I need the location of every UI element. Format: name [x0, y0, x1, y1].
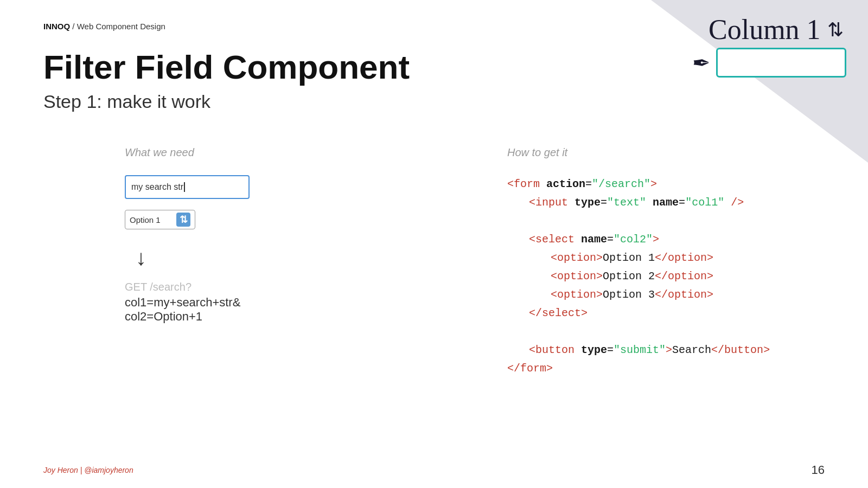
- title-area: Filter Field Component Step 1: make it w…: [43, 49, 410, 112]
- content-area: What we need my search str Option 1 ⇅ ↓ …: [0, 146, 868, 378]
- brand-subtitle: Web Component Design: [77, 22, 165, 31]
- code-line-4: <option>Option 1</option>: [551, 249, 825, 267]
- code-line-2: <input type="text" name="col1" />: [529, 194, 825, 212]
- right-panel: How to get it <form action="/search"> <i…: [475, 146, 868, 378]
- down-arrow: ↓: [136, 246, 442, 270]
- code-line-3: <select name="col2">: [529, 230, 825, 249]
- code-line-7: </select>: [529, 304, 825, 323]
- footer-author: Joy Heron | @iamjoyheron: [43, 466, 133, 474]
- code-line-5: <option>Option 2</option>: [551, 267, 825, 286]
- left-panel: What we need my search str Option 1 ⇅ ↓ …: [0, 146, 475, 378]
- mock-search-input[interactable]: my search str: [125, 175, 250, 199]
- code-line-6: <option>Option 3</option>: [551, 286, 825, 304]
- search-input-value: my search str: [131, 182, 183, 192]
- column-label: Column 1 ⇅: [709, 14, 844, 46]
- footer: Joy Heron | @iamjoyheron 16: [43, 463, 825, 477]
- header-brand: INNOQ / Web Component Design: [43, 22, 165, 31]
- select-value: Option 1: [130, 215, 176, 224]
- annotation-rect: [716, 48, 846, 78]
- text-cursor: [184, 182, 185, 192]
- annotation-box-row: ✒: [692, 48, 846, 78]
- get-result: GET /search? col1=my+search+str& col2=Op…: [125, 281, 442, 324]
- left-panel-label: What we need: [125, 146, 442, 159]
- mock-select[interactable]: Option 1 ⇅: [125, 210, 195, 229]
- header: INNOQ / Web Component Design: [43, 22, 165, 31]
- main-title: Filter Field Component: [43, 49, 410, 86]
- param1: col1=my+search+str&: [125, 296, 442, 310]
- code-line-1: <form action="/search">: [507, 175, 825, 194]
- get-label: GET /search?: [125, 281, 442, 293]
- select-arrow-icon: ⇅: [176, 213, 190, 227]
- column-label-text: Column 1: [709, 14, 821, 46]
- code-line-8: <button type="submit">Search</button>: [529, 341, 825, 359]
- column-arrows: ⇅: [827, 18, 844, 41]
- annotation-pointer-icon: ✒: [692, 50, 711, 75]
- sub-title: Step 1: make it work: [43, 91, 410, 112]
- brand-separator: /: [70, 22, 77, 31]
- code-block: <form action="/search"> <input type="tex…: [507, 175, 825, 378]
- brand-innoq: INNOQ: [43, 22, 70, 31]
- column-annotation: Column 1 ⇅ ✒: [692, 14, 846, 78]
- param2: col2=Option+1: [125, 310, 442, 324]
- code-line-9: </form>: [507, 359, 825, 378]
- right-panel-label: How to get it: [507, 146, 825, 159]
- footer-page: 16: [812, 463, 825, 477]
